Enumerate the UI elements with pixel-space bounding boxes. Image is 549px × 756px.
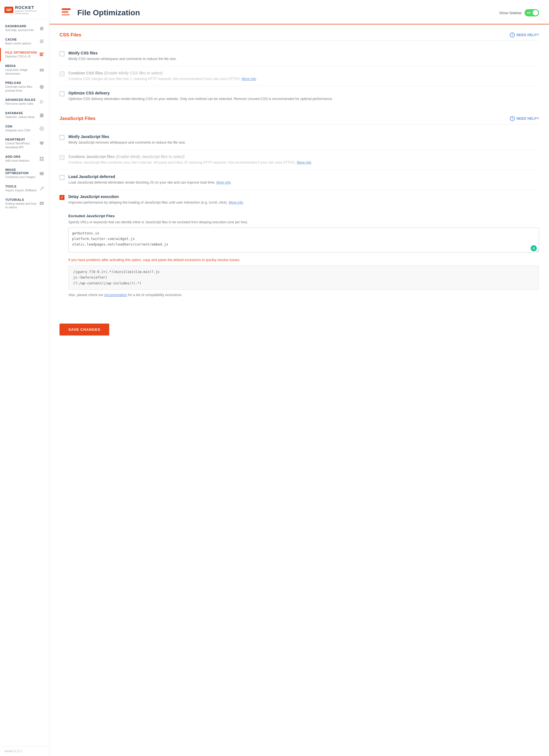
svg-rect-3 [40, 53, 44, 54]
excluded-js-title: Excluded JavaScript Files [68, 214, 539, 218]
sidebar-item-image-optimization[interactable]: IMAGE OPTIMIZATION Compress your images [0, 165, 49, 182]
svg-rect-0 [40, 40, 44, 41]
load-js-deferred-checkbox[interactable] [59, 175, 64, 180]
combine-js-content: Combine JavaScript files (Enable Minify … [68, 154, 539, 165]
delay-js-row: Delay JavaScript execution Improves perf… [59, 190, 539, 302]
svg-rect-13 [40, 159, 41, 161]
js-section-title: JavaScript Files [59, 116, 95, 121]
combine-js-checkbox[interactable] [59, 155, 64, 160]
sidebar-nav: DASHBOARD Get help, account info CACHE B… [0, 19, 49, 746]
home-icon [39, 25, 45, 31]
minify-js-row: Minify JavaScript files Minify JavaScrip… [59, 130, 539, 150]
delay-js-checkbox[interactable] [59, 195, 64, 200]
sidebar-item-tutorials[interactable]: TUTORIALS Getting started and how to vid… [0, 195, 49, 212]
combine-css-checkbox[interactable] [59, 71, 64, 76]
advanced-rules-icon [39, 99, 45, 105]
css-need-help-button[interactable]: ? NEED HELP? [510, 32, 539, 37]
sidebar-item-database[interactable]: DATABASE Optimize, reduce bloat [0, 109, 49, 122]
svg-rect-2 [40, 42, 44, 43]
sidebar-item-tools[interactable]: TOOLS Import, Export, Rollback [0, 182, 49, 195]
tools-icon [39, 186, 45, 192]
page-header: File Optimization Show Sidebar ON [49, 0, 549, 24]
tutorials-icon [39, 201, 45, 207]
code-line-1: /jquery-?[0-9.]+(.*)(min|slim|slim.min)?… [73, 269, 534, 275]
optimize-css-row: Optimize CSS delivery Optimize CSS deliv… [59, 86, 539, 106]
combine-css-more-info-link[interactable]: More info [242, 77, 256, 81]
load-js-deferred-content: Load JavaScript deferred Load JavaScript… [68, 174, 539, 185]
sidebar-item-media[interactable]: MEDIA LazyLoad, image dimensions [0, 61, 49, 78]
svg-rect-5 [40, 55, 43, 56]
database-icon [39, 112, 45, 118]
sidebar-item-file-optimization[interactable]: FILE OPTIMIZATION Optimize CSS & JS [0, 48, 49, 61]
code-line-3: (?:/wp-content/|/wp-includes/)(.*) [73, 281, 534, 286]
delay-js-desc: Improves performance by delaying the loa… [68, 200, 539, 205]
add-ons-icon [39, 156, 45, 162]
delay-js-more-info-link[interactable]: More info [229, 201, 243, 204]
excluded-js-textarea[interactable]: getbuttons.io platform.twitter.com/widge… [68, 227, 539, 252]
js-need-help-button[interactable]: ? NEED HELP? [510, 116, 539, 121]
combine-js-row: Combine JavaScript files (Enable Minify … [59, 150, 539, 170]
optimize-css-label: Optimize CSS delivery [68, 91, 539, 95]
load-js-deferred-desc: Load JavaScript deferred eliminates rend… [68, 180, 539, 185]
svg-rect-14 [42, 159, 44, 161]
combine-css-desc: Combine CSS merges all your files into 1… [68, 76, 539, 82]
sidebar-item-cdn[interactable]: CDN Integrate your CDN [0, 122, 49, 135]
minify-css-row: Minify CSS files Minify CSS removes whit… [59, 46, 539, 66]
delay-js-sub-section: Excluded JavaScript Files Specify URLs o… [59, 214, 539, 297]
code-line-2: js-(before|after) [73, 275, 534, 280]
show-sidebar-label: Show Sidebar [499, 11, 522, 15]
svg-rect-1 [40, 41, 44, 42]
minify-js-checkbox[interactable] [59, 135, 64, 140]
load-js-deferred-label: Load JavaScript deferred [68, 174, 539, 179]
image-optimization-icon [39, 171, 45, 177]
svg-rect-11 [40, 157, 41, 158]
minify-css-desc: Minify CSS removes whitespace and commen… [68, 56, 539, 62]
toggle-on-label: ON [527, 11, 531, 14]
sidebar-item-dashboard[interactable]: DASHBOARD Get help, account info [0, 22, 49, 35]
page-icon [59, 6, 73, 19]
sidebar-item-advanced-rules[interactable]: ADVANCED RULES Fine-tune cache rules [0, 95, 49, 109]
sidebar-item-preload[interactable]: PRELOAD Generate cache files, preload fo… [0, 78, 49, 95]
code-box: /jquery-?[0-9.]+(.*)(min|slim|slim.min)?… [68, 266, 539, 290]
save-section: SAVE CHANGES [49, 319, 549, 346]
need-help-icon: ? [510, 32, 515, 37]
js-section-header: JavaScript Files ? NEED HELP? [59, 116, 539, 124]
sidebar: WP ROCKET Superior WordPress Performance… [0, 0, 49, 756]
toggle-knob [533, 10, 538, 16]
logo: WP ROCKET Superior WordPress Performance [0, 0, 49, 19]
optimize-css-checkbox[interactable] [59, 91, 64, 96]
preload-icon [39, 84, 45, 90]
logo-tagline: Superior WordPress Performance [15, 10, 45, 15]
file-optimization-icon [39, 52, 45, 58]
optimize-css-desc: Optimize CSS delivery eliminates render-… [68, 96, 539, 102]
sidebar-item-add-ons[interactable]: ADD-ONS Add more features [0, 152, 49, 166]
show-sidebar-toggle[interactable]: ON [525, 9, 539, 16]
svg-point-16 [41, 173, 41, 174]
combine-js-more-info-link[interactable]: More info [297, 161, 311, 164]
svg-rect-18 [62, 8, 71, 10]
default-exclusions-info: If you have problems after activating th… [68, 257, 539, 290]
svg-rect-15 [40, 172, 44, 175]
svg-rect-12 [42, 157, 44, 158]
css-files-section: CSS Files ? NEED HELP? Minify CSS files … [59, 32, 539, 106]
content-area: CSS Files ? NEED HELP? Minify CSS files … [49, 24, 549, 319]
combine-css-row: Combine CSS files (Enable Minify CSS fil… [59, 66, 539, 86]
combine-js-desc: Combine JavaScript files combines your s… [68, 160, 539, 165]
sidebar-item-cache[interactable]: CACHE Basic cache options [0, 35, 49, 48]
load-js-deferred-more-info-link[interactable]: More info [216, 181, 231, 184]
documentation-link[interactable]: documentation [104, 293, 127, 297]
js-need-help-icon: ? [510, 116, 515, 121]
logo-rocket-name: ROCKET [15, 5, 45, 10]
css-section-title: CSS Files [59, 32, 81, 38]
svg-rect-4 [40, 54, 43, 55]
heartbeat-icon [39, 141, 45, 147]
main-content: File Optimization Show Sidebar ON CSS Fi… [49, 0, 549, 756]
excluded-js-textarea-wrapper: getbuttons.io platform.twitter.com/widge… [68, 227, 539, 254]
minify-css-checkbox[interactable] [59, 51, 64, 56]
minify-js-label: Minify JavaScript files [68, 134, 539, 139]
sidebar-item-heartbeat[interactable]: HEARTBEAT Control WordPress Heartbeat AP… [0, 135, 49, 152]
save-changes-button[interactable]: SAVE CHANGES [59, 324, 109, 336]
cache-icon [39, 38, 45, 44]
page-title: File Optimization [77, 8, 140, 17]
css-section-header: CSS Files ? NEED HELP? [59, 32, 539, 41]
